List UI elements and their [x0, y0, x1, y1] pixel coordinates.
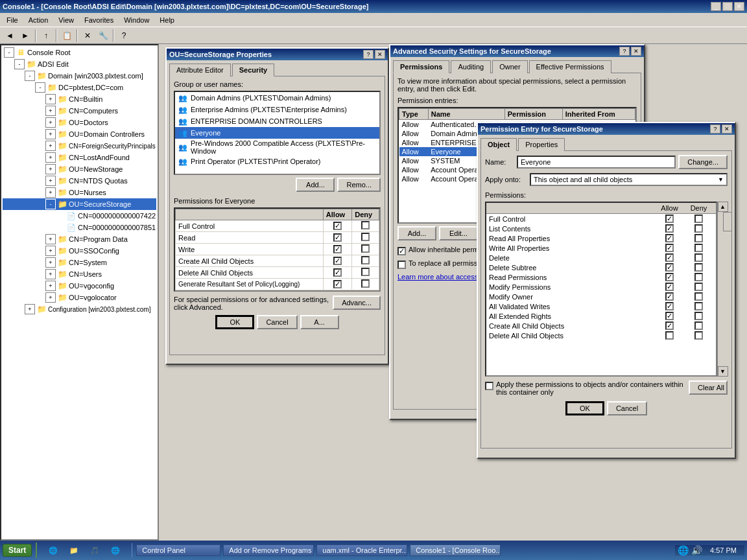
write-deny[interactable]: [361, 244, 370, 253]
user-item-print-op[interactable]: 👥 Print Operator (PLXTEST\Print Operator…: [175, 156, 379, 167]
minimize-btn[interactable]: _: [711, 2, 721, 11]
resultant-deny[interactable]: [361, 279, 370, 288]
tb-folder-icon[interactable]: 📁: [64, 545, 84, 556]
user-item-everyone[interactable]: 👥 Everyone: [175, 127, 379, 139]
tree-item-builtin[interactable]: + 📁 CN=Builtin: [3, 93, 156, 105]
up-btn[interactable]: ↑: [39, 29, 53, 43]
wap-deny-check[interactable]: [694, 244, 703, 252]
taskbar-uam[interactable]: uam.xml - Oracle Enterpr...: [316, 544, 407, 556]
expand-dc[interactable]: -: [35, 82, 45, 93]
avw-allow-check[interactable]: [665, 302, 674, 310]
expand-vgoconfig[interactable]: +: [45, 281, 56, 291]
expand-system[interactable]: +: [45, 257, 56, 268]
expand-dc-controllers[interactable]: +: [45, 129, 56, 139]
deletechild-allow[interactable]: [333, 268, 342, 277]
change-btn[interactable]: Change...: [678, 155, 728, 169]
resultant-allow[interactable]: [333, 280, 342, 288]
tree-item-computers[interactable]: + 📁 CN=Computers: [3, 105, 156, 117]
back-btn[interactable]: ◄: [3, 29, 17, 43]
tree-item-doctors[interactable]: + 📁 OU=Doctors: [3, 117, 156, 128]
expand-securestorage[interactable]: -: [45, 199, 56, 209]
tree-item-console-root[interactable]: - 🖥 Console Root: [3, 47, 156, 58]
menu-file[interactable]: File: [1, 15, 23, 25]
delete-btn[interactable]: ✕: [80, 29, 95, 43]
user-list[interactable]: 👥 Domain Admins (PLXTEST\Domain Admins) …: [174, 91, 381, 175]
expand-doctors[interactable]: +: [45, 117, 56, 128]
adv-add-btn[interactable]: Add...: [397, 226, 436, 240]
advanced-close-btn[interactable]: ✕: [631, 47, 641, 56]
cac-deny-check[interactable]: [694, 321, 703, 330]
mp-deny-check[interactable]: [694, 283, 703, 291]
ou-ok-btn[interactable]: OK: [215, 315, 254, 329]
expand-programdata[interactable]: +: [45, 234, 56, 244]
ou-dialog-title-bar[interactable]: OU=SecureStorage Properties ? ✕: [167, 49, 388, 60]
perm-row-write[interactable]: Write: [176, 244, 379, 255]
perm-row-fullcontrol[interactable]: Full Control: [176, 220, 379, 232]
tree-item-lostandfound[interactable]: + 📁 CN=LostAndFound: [3, 152, 156, 163]
taskbar-controlpanel[interactable]: Control Panel: [136, 544, 220, 556]
tab-owner[interactable]: Owner: [492, 60, 527, 73]
tree-item-programdata[interactable]: + 📁 CN=Program Data: [3, 233, 156, 245]
perm-entry-row-allvalidated[interactable]: All Validated Writes: [486, 301, 716, 311]
show-hide-btn[interactable]: 📋: [60, 29, 74, 43]
ou-cancel-btn[interactable]: Cancel: [257, 315, 297, 329]
tb-media-icon[interactable]: 🎵: [85, 545, 104, 556]
perm-entry-row-deleteallchild[interactable]: Delete All Child Objects: [486, 331, 716, 340]
perm-entry-dialog-title-bar[interactable]: Permission Entry for SecureStorage ? ✕: [478, 123, 735, 135]
tab-permissions[interactable]: Permissions: [393, 60, 449, 73]
expand-builtin[interactable]: +: [45, 94, 56, 104]
avw-deny-check[interactable]: [694, 302, 703, 310]
fullcontrol-allow[interactable]: [333, 222, 342, 230]
mp-allow-check[interactable]: [665, 283, 674, 291]
user-item-prewin2000[interactable]: 👥 Pre-Windows 2000 Compatible Access (PL…: [175, 139, 379, 156]
perm-entry-row-fullcontrol[interactable]: Full Control: [486, 214, 716, 224]
tree-item-nurses[interactable]: + 📁 OU=Nurses: [3, 187, 156, 198]
perm-entry-row-deletesubtree[interactable]: Delete Subtree: [486, 262, 716, 272]
wap-allow-check[interactable]: [665, 244, 674, 252]
advanced-dialog-title-bar[interactable]: Advanced Security Settings for SecureSto…: [390, 45, 644, 57]
expand-configuration[interactable]: +: [25, 304, 35, 314]
dac-deny-check[interactable]: [694, 331, 703, 340]
user-item-domain-admins[interactable]: 👥 Domain Admins (PLXTEST\Domain Admins): [175, 92, 379, 104]
perm-row-createchild[interactable]: Create All Child Objects: [176, 255, 379, 267]
tree-item-ntds[interactable]: + 📁 CN=NTDS Quotas: [3, 175, 156, 187]
inherit-checkbox[interactable]: [397, 247, 406, 255]
tree-item-configuration[interactable]: + 📁 Configuration [win2003.plxtest.com]: [3, 303, 156, 315]
perm-entry-row-modifyperms[interactable]: Modify Permissions: [486, 282, 716, 292]
createchild-allow[interactable]: [333, 257, 342, 265]
tree-item-cn7422[interactable]: 📄 CN=0000000000007422: [3, 210, 156, 222]
taskbar-addremove[interactable]: Add or Remove Programs: [223, 544, 314, 556]
tb-ie2-icon[interactable]: 🌐: [106, 545, 125, 556]
perm-entry-row-allextended[interactable]: All Extended Rights: [486, 311, 716, 321]
tree-item-cn7851[interactable]: 📄 CN=0000000000007851: [3, 222, 156, 233]
perm-entry-row-readallprops[interactable]: Read All Properties: [486, 233, 716, 243]
ou-close-btn[interactable]: ✕: [375, 50, 385, 59]
tree-panel[interactable]: - 🖥 Console Root - 📁 ADSI Edit - 📁 Domai…: [0, 44, 159, 541]
aer-deny-check[interactable]: [694, 312, 703, 320]
tree-item-dc[interactable]: - 📁 DC=plxtest,DC=com: [3, 82, 156, 93]
expand-foreign[interactable]: +: [45, 141, 56, 151]
perm-entry-list[interactable]: Allow Deny Full Control List Content: [485, 202, 717, 377]
perm-entry-help-btn[interactable]: ?: [710, 124, 720, 134]
permissions-list[interactable]: Allow Deny Full Control Read: [174, 207, 381, 292]
tab-object[interactable]: Object: [480, 138, 517, 151]
expand-adsi[interactable]: -: [14, 59, 25, 69]
tb-ie-icon[interactable]: 🌐: [43, 545, 63, 556]
add-user-btn[interactable]: Add...: [296, 178, 335, 192]
perm-row-resultant[interactable]: Generate Resultant Set of Policy(Logging…: [176, 279, 379, 290]
menu-window[interactable]: Window: [119, 15, 154, 25]
write-allow[interactable]: [333, 245, 342, 253]
rap-allow-check[interactable]: [665, 234, 674, 242]
help-btn[interactable]: ?: [117, 29, 131, 43]
expand-nurses[interactable]: +: [45, 187, 56, 198]
expand-vgolocator[interactable]: +: [45, 292, 56, 303]
tree-item-newstorage[interactable]: + 📁 OU=NewStorage: [3, 163, 156, 175]
tree-item-securestorage[interactable]: - 📁 OU=SecureStorage: [3, 198, 156, 210]
expand-lostandfound[interactable]: +: [45, 152, 56, 163]
expand-domain[interactable]: -: [25, 71, 35, 81]
close-btn[interactable]: ✕: [734, 2, 744, 11]
remove-user-btn[interactable]: Remo...: [337, 178, 381, 192]
fc-allow-check[interactable]: [665, 215, 674, 223]
clear-all-btn[interactable]: Clear All: [689, 380, 728, 395]
tree-item-system[interactable]: + 📁 CN=System: [3, 257, 156, 268]
